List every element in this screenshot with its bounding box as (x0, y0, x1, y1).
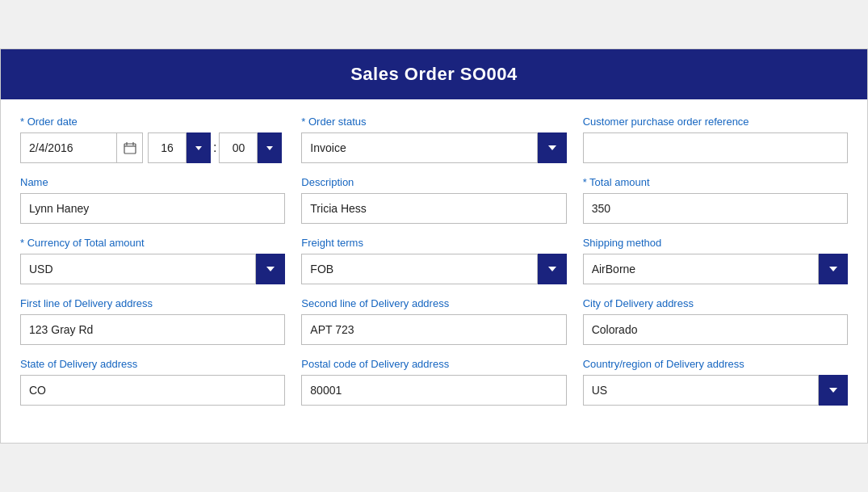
currency-group: Currency of Total amount (20, 237, 285, 284)
delivery-line1-input[interactable] (20, 314, 285, 345)
delivery-line1-group: First line of Delivery address (20, 297, 285, 345)
calendar-icon (124, 141, 136, 154)
delivery-country-wrapper (583, 375, 848, 406)
freight-terms-group: Freight terms (301, 237, 566, 284)
order-date-input[interactable] (20, 132, 117, 163)
delivery-state-label: State of Delivery address (20, 358, 285, 370)
hour-chevron-icon (194, 143, 203, 153)
delivery-postal-group: Postal code of Delivery address (301, 358, 566, 406)
svg-marker-10 (829, 388, 837, 393)
freight-terms-input[interactable] (301, 254, 537, 284)
name-group: Name (20, 176, 285, 224)
delivery-line2-label: Second line of Delivery address (301, 297, 566, 309)
svg-marker-6 (548, 145, 556, 150)
customer-po-group: Customer purchase order reference (583, 116, 848, 163)
svg-rect-0 (124, 144, 136, 153)
currency-wrapper (20, 254, 285, 284)
minute-chevron-icon (265, 143, 275, 153)
order-status-chevron-button[interactable] (538, 132, 567, 163)
delivery-country-group: Country/region of Delivery address (583, 358, 848, 406)
row-1: Order date (20, 116, 848, 163)
svg-marker-8 (548, 267, 556, 271)
row-5: State of Delivery address Postal code of… (20, 358, 848, 406)
order-status-chevron-icon (547, 142, 558, 153)
name-label: Name (20, 176, 285, 188)
shipping-method-group: Shipping method (583, 237, 848, 284)
order-date-label: Order date (20, 116, 285, 128)
shipping-method-wrapper (583, 254, 848, 284)
calendar-button[interactable] (117, 132, 143, 163)
minute-input[interactable] (219, 132, 258, 163)
delivery-city-group: City of Delivery address (583, 297, 848, 345)
svg-marker-5 (266, 146, 273, 150)
row-2: Name Description Total amount (20, 176, 848, 224)
total-amount-group: Total amount (583, 176, 848, 224)
svg-marker-4 (195, 146, 202, 150)
currency-label: Currency of Total amount (20, 237, 285, 249)
freight-terms-wrapper (301, 254, 566, 284)
freight-terms-label: Freight terms (301, 237, 566, 249)
order-date-group: Order date (20, 116, 285, 163)
title-text: Sales Order SO004 (350, 64, 518, 84)
freight-terms-chevron-icon (547, 263, 558, 275)
delivery-line1-label: First line of Delivery address (20, 297, 285, 309)
currency-chevron-button[interactable] (256, 254, 285, 284)
time-colon: : (211, 132, 219, 163)
delivery-postal-label: Postal code of Delivery address (301, 358, 566, 370)
total-amount-input[interactable] (583, 193, 848, 224)
customer-po-label: Customer purchase order reference (583, 116, 848, 128)
name-input[interactable] (20, 193, 285, 224)
order-status-input[interactable] (301, 132, 537, 163)
currency-chevron-icon (265, 263, 276, 275)
svg-marker-7 (266, 267, 275, 271)
minute-chevron-button[interactable] (258, 132, 282, 163)
svg-marker-9 (829, 267, 837, 271)
currency-input[interactable] (20, 254, 256, 284)
delivery-country-chevron-button[interactable] (819, 375, 848, 406)
form-title: Sales Order SO004 (1, 49, 867, 99)
delivery-postal-input[interactable] (301, 375, 566, 406)
delivery-state-input[interactable] (20, 375, 285, 406)
hour-input[interactable] (148, 132, 187, 163)
hour-chevron-button[interactable] (187, 132, 211, 163)
order-status-group: Order status (301, 116, 566, 163)
form-body: Order date (1, 99, 867, 443)
time-part: : (148, 132, 282, 163)
order-status-wrapper (301, 132, 566, 163)
row-3: Currency of Total amount Freight terms (20, 237, 848, 284)
sales-order-form: Sales Order SO004 Order date (0, 48, 868, 444)
delivery-city-input[interactable] (583, 314, 848, 345)
delivery-country-chevron-icon (828, 385, 839, 396)
description-group: Description (301, 176, 566, 224)
shipping-method-chevron-icon (828, 263, 839, 275)
delivery-state-group: State of Delivery address (20, 358, 285, 406)
freight-terms-chevron-button[interactable] (538, 254, 567, 284)
delivery-country-input[interactable] (583, 375, 819, 406)
delivery-city-label: City of Delivery address (583, 297, 848, 309)
description-input[interactable] (301, 193, 566, 224)
row-4: First line of Delivery address Second li… (20, 297, 848, 345)
order-status-label: Order status (301, 116, 566, 128)
delivery-line2-group: Second line of Delivery address (301, 297, 566, 345)
delivery-country-label: Country/region of Delivery address (583, 358, 848, 370)
order-date-wrapper: : (20, 132, 285, 163)
description-label: Description (301, 176, 566, 188)
total-amount-label: Total amount (583, 176, 848, 188)
shipping-method-label: Shipping method (583, 237, 848, 249)
shipping-method-chevron-button[interactable] (819, 254, 848, 284)
delivery-line2-input[interactable] (301, 314, 566, 345)
customer-po-input[interactable] (583, 132, 848, 163)
shipping-method-input[interactable] (583, 254, 819, 284)
